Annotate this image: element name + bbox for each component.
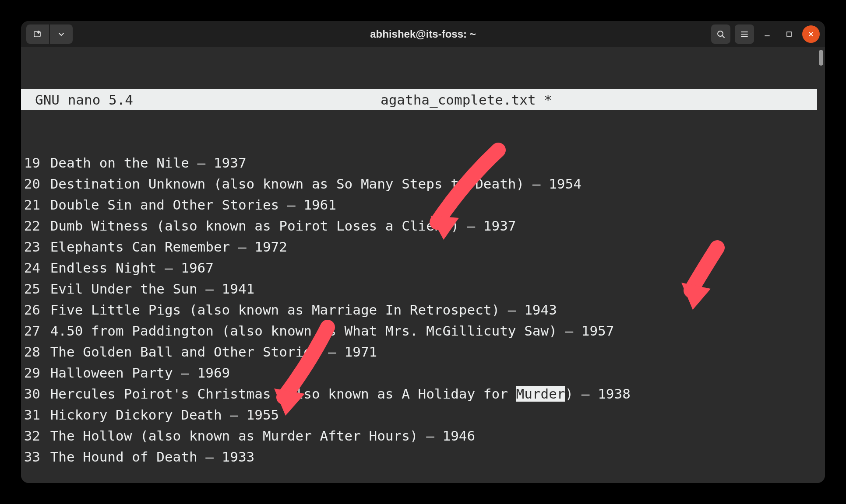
line-text: Halloween Party – 1969 <box>42 362 230 383</box>
line-number: 23 <box>21 236 42 257</box>
editor-line: 26 Five Little Pigs (also known as Marri… <box>21 299 817 320</box>
nano-filename: agatha_complete.txt <box>381 92 536 108</box>
line-number: 27 <box>21 320 42 341</box>
line-text: The Hollow (also known as Murder After H… <box>42 425 475 446</box>
maximize-icon <box>786 31 793 38</box>
new-tab-icon <box>33 30 42 38</box>
line-number: 22 <box>21 215 42 236</box>
search-button[interactable] <box>711 24 730 44</box>
svg-rect-9 <box>787 32 791 36</box>
editor-line: 25 Evil Under the Sun – 1941 <box>21 278 817 299</box>
line-number: 31 <box>21 404 42 425</box>
line-number: 26 <box>21 299 42 320</box>
editor-line: 33 The Hound of Death – 1933 <box>21 446 817 467</box>
editor-line: 21 Double Sin and Other Stories – 1961 <box>21 194 817 215</box>
tab-controls <box>26 24 73 44</box>
svg-point-3 <box>718 31 723 36</box>
editor-line: 20 Destination Unknown (also known as So… <box>21 173 817 194</box>
line-text: Destination Unknown (also known as So Ma… <box>42 173 582 194</box>
line-text: Dumb Witness (also known as Poirot Loses… <box>42 215 516 236</box>
line-number: 33 <box>21 446 42 467</box>
line-number: 21 <box>21 194 42 215</box>
editor-lines: 19 Death on the Nile – 193720 Destinatio… <box>21 152 817 467</box>
menu-button[interactable] <box>735 24 754 44</box>
line-number: 30 <box>21 383 42 404</box>
line-text: The Golden Ball and Other Stories – 1971 <box>42 341 377 362</box>
editor-line: 29 Halloween Party – 1969 <box>21 362 817 383</box>
editor-line: 22 Dumb Witness (also known as Poirot Lo… <box>21 215 817 236</box>
nano-modified-indicator: * <box>544 92 552 108</box>
line-text: The Hound of Death – 1933 <box>42 446 254 467</box>
scrollbar-thumb[interactable] <box>819 50 823 66</box>
editor-line: 24 Endless Night – 1967 <box>21 257 817 278</box>
line-number: 28 <box>21 341 42 362</box>
editor-line: 32 The Hollow (also known as Murder Afte… <box>21 425 817 446</box>
line-text: Hercules Poirot's Christmas (also known … <box>42 383 631 404</box>
hamburger-icon <box>740 30 749 38</box>
terminal-viewport[interactable]: GNU nano 5.4 agatha_complete.txt * 19 De… <box>21 47 825 483</box>
close-icon <box>807 31 814 38</box>
line-text: Death on the Nile – 1937 <box>42 152 247 173</box>
window-title: abhishek@its-foss: ~ <box>21 28 825 40</box>
titlebar: abhishek@its-foss: ~ <box>21 21 825 47</box>
tab-menu-button[interactable] <box>50 24 73 44</box>
line-text: Evil Under the Sun – 1941 <box>42 278 254 299</box>
terminal-content: GNU nano 5.4 agatha_complete.txt * 19 De… <box>21 47 817 483</box>
nano-header: GNU nano 5.4 agatha_complete.txt * <box>21 89 817 110</box>
line-text: Endless Night – 1967 <box>42 257 214 278</box>
line-text: Elephants Can Remember – 1972 <box>42 236 287 257</box>
new-tab-button[interactable] <box>26 24 49 44</box>
editor-line: 28 The Golden Ball and Other Stories – 1… <box>21 341 817 362</box>
line-number: 19 <box>21 152 42 173</box>
svg-line-4 <box>723 36 724 38</box>
line-text: Double Sin and Other Stories – 1961 <box>42 194 336 215</box>
maximize-button[interactable] <box>780 25 798 43</box>
editor-line: 23 Elephants Can Remember – 1972 <box>21 236 817 257</box>
editor-line: 31 Hickory Dickory Death – 1955 <box>21 404 817 425</box>
chevron-down-icon <box>58 31 65 38</box>
close-button[interactable] <box>802 25 820 43</box>
terminal-window: abhishek@its-foss: ~ GNU nano 5.4 agatha <box>21 21 825 483</box>
line-number: 20 <box>21 173 42 194</box>
editor-line: 19 Death on the Nile – 1937 <box>21 152 817 173</box>
search-highlight: Murder <box>516 386 565 402</box>
line-number: 25 <box>21 278 42 299</box>
line-text: Five Little Pigs (also known as Marriage… <box>42 299 557 320</box>
line-number: 24 <box>21 257 42 278</box>
editor-line: 27 4.50 from Paddington (also known as W… <box>21 320 817 341</box>
minimize-button[interactable] <box>758 25 776 43</box>
line-text: Hickory Dickory Death – 1955 <box>42 404 279 425</box>
line-text: 4.50 from Paddington (also known as What… <box>42 320 614 341</box>
line-number: 29 <box>21 362 42 383</box>
minimize-icon <box>764 31 771 38</box>
line-number: 32 <box>21 425 42 446</box>
nano-app-name: GNU nano 5.4 <box>35 89 133 110</box>
search-icon <box>716 30 725 38</box>
editor-line: 30 Hercules Poirot's Christmas (also kno… <box>21 383 817 404</box>
